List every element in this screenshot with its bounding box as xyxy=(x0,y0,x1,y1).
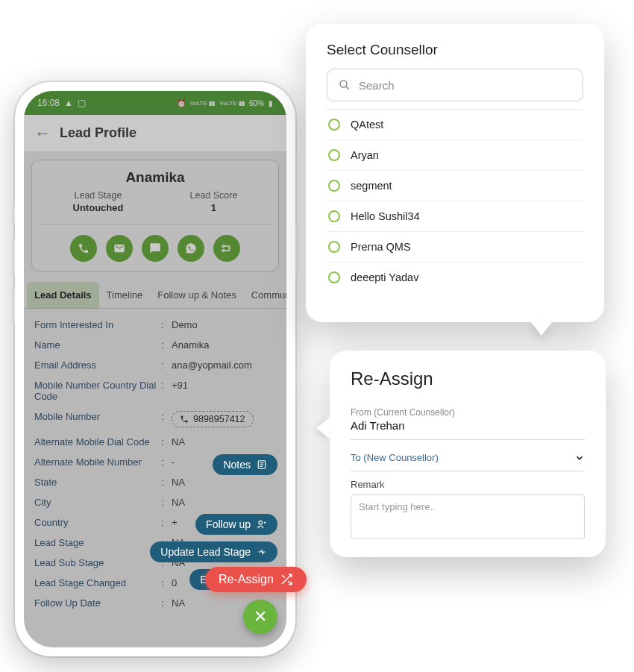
detail-label: Follow Up Date xyxy=(34,597,161,609)
search-icon xyxy=(338,78,351,92)
detail-label: City xyxy=(34,497,161,508)
counsellor-option[interactable]: Hello Sushil34 xyxy=(327,201,583,232)
phone-screen: 16:08 ▲ ▢ ⏰ VoLTE ▮▮ VoLTE ▮▮ 60% ▮ ← Le… xyxy=(24,91,286,647)
detail-row: Mobile Number: 9898957412 xyxy=(34,406,276,432)
radio-icon xyxy=(328,180,340,192)
panel-tail xyxy=(531,322,552,336)
remark-placeholder: Start typing here.. xyxy=(359,501,436,512)
followup-icon xyxy=(257,519,267,530)
more-actions-button[interactable] xyxy=(213,235,240,262)
detail-row: Name:Anamika xyxy=(34,335,276,355)
call-button[interactable] xyxy=(70,235,97,262)
sms-button[interactable] xyxy=(142,235,169,262)
tab-followup-notes[interactable]: Follow up & Notes xyxy=(150,282,244,308)
to-counsellor-dropdown[interactable]: To (New Counsellor) xyxy=(351,445,585,471)
update-stage-icon xyxy=(257,547,267,557)
counsellor-name: QAtest xyxy=(351,119,383,131)
detail-label: Form Interested In xyxy=(34,319,161,330)
radio-icon xyxy=(328,271,340,283)
app-bar: ← Lead Profile xyxy=(24,115,286,152)
status-time: 16:08 xyxy=(37,98,60,108)
detail-label: State xyxy=(34,477,161,488)
update-stage-button[interactable]: Update Lead Stage xyxy=(150,541,277,562)
shuffle-icon xyxy=(280,573,293,586)
from-value: Adi Trehan xyxy=(351,419,585,432)
detail-label: Country xyxy=(34,517,161,528)
radio-icon xyxy=(328,241,340,253)
signal-icon: VoLTE ▮▮ xyxy=(190,100,216,107)
svg-point-1 xyxy=(222,250,225,252)
detail-label: Name xyxy=(34,339,161,351)
radio-icon xyxy=(328,149,340,161)
reassign-label: Re-Assign xyxy=(219,573,274,586)
lead-stage-label: Lead Stage xyxy=(73,190,124,201)
tab-lead-details[interactable]: Lead Details xyxy=(27,282,99,309)
detail-label: Lead Stage Changed xyxy=(34,577,161,588)
detail-row: Form Interested In:Demo xyxy=(34,315,276,335)
detail-label: Email Address xyxy=(34,359,161,371)
close-icon: ✕ xyxy=(254,607,267,627)
fab-close-button[interactable]: ✕ xyxy=(243,600,277,634)
tab-communication[interactable]: Commun xyxy=(244,282,286,308)
counsellor-list: QAtest Aryan segment Hello Sushil34 Prer… xyxy=(327,109,583,292)
counsellor-name: segment xyxy=(351,180,392,192)
panel-tail xyxy=(316,418,330,439)
to-label: To (New Counsellor) xyxy=(351,452,439,463)
email-button[interactable] xyxy=(106,235,133,262)
notes-button[interactable]: Notes xyxy=(213,454,277,475)
detail-value: Anamika xyxy=(172,339,210,351)
detail-label: Lead Sub Stage xyxy=(34,557,161,568)
whatsapp-button[interactable] xyxy=(178,235,204,262)
mobile-number-value: 9898957412 xyxy=(193,414,245,424)
lead-score-value: 1 xyxy=(190,202,238,213)
select-counsellor-title: Select Counsellor xyxy=(327,42,583,58)
chevron-down-icon xyxy=(574,453,585,463)
reassign-button[interactable]: Re-Assign xyxy=(205,567,307,592)
remark-label: Remark xyxy=(351,479,585,490)
lead-score-label: Lead Score xyxy=(190,190,238,201)
lead-score-stat: Lead Score 1 xyxy=(190,190,238,213)
notes-label: Notes xyxy=(223,459,251,471)
notes-icon xyxy=(257,459,267,470)
counsellor-name: Aryan xyxy=(351,149,379,161)
radio-icon xyxy=(328,119,340,131)
reassign-title: Re-Assign xyxy=(351,368,585,389)
detail-label: Alternate Mobile Number xyxy=(34,456,161,468)
remark-input[interactable]: Start typing here.. xyxy=(351,494,585,539)
tab-timeline[interactable]: Timeline xyxy=(99,282,151,308)
signal-icon: VoLTE ▮▮ xyxy=(219,100,245,107)
profile-card: Anamika Lead Stage Untouched Lead Score … xyxy=(31,160,279,271)
counsellor-option[interactable]: segment xyxy=(327,171,583,201)
lead-stage-stat: Lead Stage Untouched xyxy=(73,190,124,213)
detail-label: Lead Stage xyxy=(34,537,161,548)
battery-icon: ▮ xyxy=(269,99,273,107)
image-icon: ▢ xyxy=(78,98,86,108)
lead-stage-value: Untouched xyxy=(73,202,124,213)
radio-icon xyxy=(328,210,340,222)
select-counsellor-panel: Select Counsellor Search QAtest Aryan se… xyxy=(306,24,604,322)
back-arrow-icon[interactable]: ← xyxy=(34,124,51,143)
followup-button[interactable]: Follow up xyxy=(195,514,277,535)
detail-value: NA xyxy=(172,436,185,448)
detail-label: Alternate Mobile Dial Code xyxy=(34,436,161,448)
counsellor-option[interactable]: deeepti Yadav xyxy=(327,263,583,292)
phone-side-button xyxy=(295,224,298,276)
detail-label: Mobile Number Country Dial Code xyxy=(34,380,161,402)
alarm-icon: ⏰ xyxy=(177,99,186,107)
page-title: Lead Profile xyxy=(60,125,136,141)
counsellor-option[interactable]: QAtest xyxy=(327,110,583,140)
detail-row: Mobile Number Country Dial Code:+91 xyxy=(34,375,276,406)
lead-name: Anamika xyxy=(40,169,271,186)
detail-label: Mobile Number xyxy=(34,411,161,427)
counsellor-option[interactable]: Aryan xyxy=(327,140,583,171)
update-stage-label: Update Lead Stage xyxy=(160,546,251,558)
from-label: From (Current Counsellor) xyxy=(351,407,585,418)
followup-label: Follow up xyxy=(206,518,251,530)
status-bar: 16:08 ▲ ▢ ⏰ VoLTE ▮▮ VoLTE ▮▮ 60% ▮ xyxy=(24,91,286,115)
warning-icon: ▲ xyxy=(64,98,73,108)
mobile-number-chip[interactable]: 9898957412 xyxy=(172,411,254,427)
detail-value: Demo xyxy=(172,319,198,330)
detail-row: Email Address:ana@yopmail.com xyxy=(34,355,276,375)
counsellor-option[interactable]: Prerna QMS xyxy=(327,232,583,263)
search-input[interactable]: Search xyxy=(327,69,583,101)
